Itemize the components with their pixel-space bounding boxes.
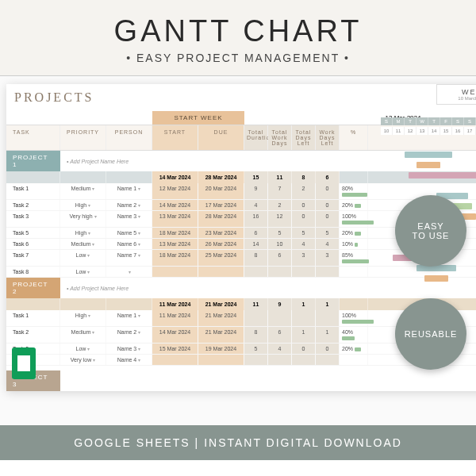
calendar-dates: 101112131415161718192021 (381, 127, 476, 135)
spreadsheet-preview: PROJECTS START WEEK 13 Mar 2024 TASK PRI… (0, 76, 476, 425)
google-sheets-icon (12, 347, 36, 379)
calendar-days: SMTWTFSSMTWT (381, 117, 476, 125)
sheet-brand: PROJECTS (6, 84, 476, 111)
title: GANTT CHART (0, 14, 476, 48)
week-box: WEEK 1 10 March - 16 March (436, 84, 476, 105)
promo-header: GANTT CHART • EASY PROJECT MANAGEMENT • (0, 0, 476, 76)
footer: GOOGLE SHEETS | INSTANT DIGITAL DOWNLOAD (0, 425, 476, 460)
project-3-header: PROJECT 3 (6, 370, 476, 391)
badge-easy-to-use: EASYTO USE (395, 195, 466, 267)
badge-reusable: REUSABLE (395, 298, 466, 370)
start-week-label: START WEEK (152, 111, 244, 125)
subtitle: • EASY PROJECT MANAGEMENT • (0, 52, 476, 64)
